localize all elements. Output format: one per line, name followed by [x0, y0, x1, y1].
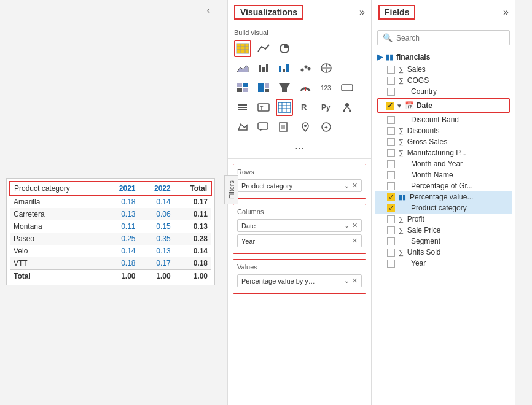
field-checkbox[interactable]: ✓: [387, 204, 395, 212]
matrix-row-col1: 0.11: [104, 220, 139, 233]
matrix-icon[interactable]: [276, 99, 293, 116]
decomposition-icon[interactable]: [338, 99, 356, 116]
field-item-sales[interactable]: ∑ Sales: [375, 64, 512, 75]
matrix-header-total: Total: [174, 182, 211, 195]
matrix-row-col1: 0.18: [104, 257, 139, 270]
field-checkbox[interactable]: [387, 182, 395, 190]
matrix-row-total: 0.17: [174, 195, 211, 208]
text-box-icon[interactable]: T: [255, 99, 272, 116]
field-checkbox[interactable]: [387, 116, 395, 124]
field-label: Month Name: [411, 171, 453, 179]
fields-expand-button[interactable]: »: [503, 7, 509, 18]
date-checkbox[interactable]: ✓: [386, 102, 394, 110]
matrix-row-col2: 0.13: [139, 245, 174, 257]
columns-date-remove[interactable]: ✕: [352, 222, 358, 230]
values-field-percentage[interactable]: Percentage value by y… ⌄ ✕: [237, 274, 362, 287]
matrix-row-col2: 0.14: [139, 195, 174, 208]
rows-field-label: Product category: [241, 182, 292, 190]
field-checkbox[interactable]: [387, 249, 395, 256]
location-icon[interactable]: [297, 118, 314, 136]
slicer-icon[interactable]: [234, 99, 251, 116]
matrix-row-col1: 0.14: [104, 245, 139, 257]
field-item-productcategory[interactable]: ✓ Product category: [375, 202, 512, 214]
field-checkbox[interactable]: [387, 226, 395, 234]
area-chart-icon[interactable]: [234, 60, 251, 77]
paginated-icon[interactable]: [276, 118, 293, 136]
filters-tab[interactable]: Filters: [224, 175, 238, 204]
field-checkbox[interactable]: [387, 260, 395, 268]
shape-map-icon[interactable]: [234, 118, 251, 136]
field-checkbox[interactable]: ✓: [387, 193, 395, 201]
waterfall-icon[interactable]: [276, 60, 293, 77]
group-table-icon: ▮▮: [385, 53, 394, 61]
python-icon[interactable]: Py: [318, 99, 335, 116]
field-item-manufacturingp[interactable]: ∑ Manufacturing P...: [375, 147, 512, 158]
field-checkbox[interactable]: [387, 127, 395, 135]
field-checkbox[interactable]: [387, 138, 395, 146]
values-field-dropdown[interactable]: ⌄: [344, 277, 350, 285]
field-item-discounts[interactable]: ∑ Discounts: [375, 125, 512, 136]
field-item-profit[interactable]: ∑ Profit: [375, 214, 512, 225]
field-item-cogs[interactable]: ∑ COGS: [375, 75, 512, 86]
field-checkbox[interactable]: [387, 77, 395, 85]
field-item-monthandyear[interactable]: Month and Year: [375, 158, 512, 169]
rows-field-dropdown[interactable]: ⌄: [344, 182, 350, 190]
search-box[interactable]: 🔍: [377, 30, 510, 45]
field-checkbox[interactable]: [387, 171, 395, 179]
columns-field-date[interactable]: Date ⌄ ✕: [237, 219, 362, 232]
viz-more-button[interactable]: ...: [228, 137, 371, 155]
viz-expand-button[interactable]: »: [359, 7, 365, 18]
funnel-icon[interactable]: [276, 79, 293, 96]
rows-field-product-category[interactable]: Product category ⌄ ✕: [237, 179, 362, 192]
panel-collapse-arrow[interactable]: ‹: [207, 5, 210, 16]
custom-icon[interactable]: ✦: [318, 118, 335, 136]
svg-rect-20: [243, 88, 248, 92]
kpi-icon[interactable]: 123: [318, 79, 335, 96]
matrix-row-col2: 0.17: [139, 257, 174, 270]
table-icon[interactable]: [234, 40, 251, 57]
field-label: Year: [411, 259, 426, 268]
field-checkbox[interactable]: [387, 149, 395, 157]
date-field-row[interactable]: ✓ ▼ 📅 Date: [378, 99, 509, 112]
heatmap-icon[interactable]: [234, 79, 251, 96]
field-checkbox[interactable]: [387, 66, 395, 74]
columns-year-remove[interactable]: ✕: [352, 237, 358, 245]
svg-rect-33: [278, 102, 291, 112]
fields-group-header[interactable]: ▶ ▮▮ financials: [375, 50, 512, 64]
values-field-remove[interactable]: ✕: [352, 277, 358, 285]
columns-date-dropdown[interactable]: ⌄: [344, 222, 350, 230]
map-icon[interactable]: [318, 60, 335, 77]
svg-rect-27: [342, 85, 353, 91]
svg-rect-19: [237, 88, 242, 92]
field-item-unitssold[interactable]: ∑ Units Sold: [375, 247, 512, 258]
svg-text:R: R: [301, 102, 307, 112]
scatter-chart-icon[interactable]: [297, 60, 314, 77]
matrix-row-col1: 0.13: [104, 208, 139, 220]
search-input[interactable]: [396, 34, 504, 42]
field-item-discountband[interactable]: Discount Band: [375, 114, 512, 125]
field-item-percentageofgr[interactable]: Percentage of Gr...: [375, 180, 512, 191]
field-item-country[interactable]: Country: [375, 86, 512, 97]
matrix-header-category: Product category: [10, 182, 104, 195]
columns-field-year[interactable]: Year ✕: [237, 234, 362, 247]
bar-chart-icon[interactable]: [255, 60, 272, 77]
field-item-segment[interactable]: Segment: [375, 236, 512, 247]
treemap-icon[interactable]: [255, 79, 272, 96]
r-script-icon[interactable]: R: [297, 99, 314, 116]
field-checkbox[interactable]: [387, 215, 395, 223]
field-item-grosssales[interactable]: ∑ Gross Sales: [375, 136, 512, 147]
card-icon[interactable]: [338, 79, 356, 96]
field-item-monthname[interactable]: Month Name: [375, 169, 512, 180]
pie-chart-icon[interactable]: [276, 40, 293, 57]
viz-icons-row-4: T R Py: [228, 98, 371, 117]
rows-field-remove[interactable]: ✕: [352, 182, 358, 190]
field-checkbox[interactable]: [387, 160, 395, 168]
field-checkbox[interactable]: [387, 88, 395, 96]
gauge-icon[interactable]: [297, 79, 314, 96]
field-item-saleprice[interactable]: ∑ Sale Price: [375, 225, 512, 236]
field-item-year[interactable]: Year: [375, 258, 512, 269]
line-chart-icon[interactable]: [255, 40, 272, 57]
field-item-percentagevalue[interactable]: ✓ ▮▮ Percentage value...: [375, 191, 512, 202]
field-checkbox[interactable]: [387, 237, 395, 245]
chat-icon[interactable]: [255, 118, 272, 136]
